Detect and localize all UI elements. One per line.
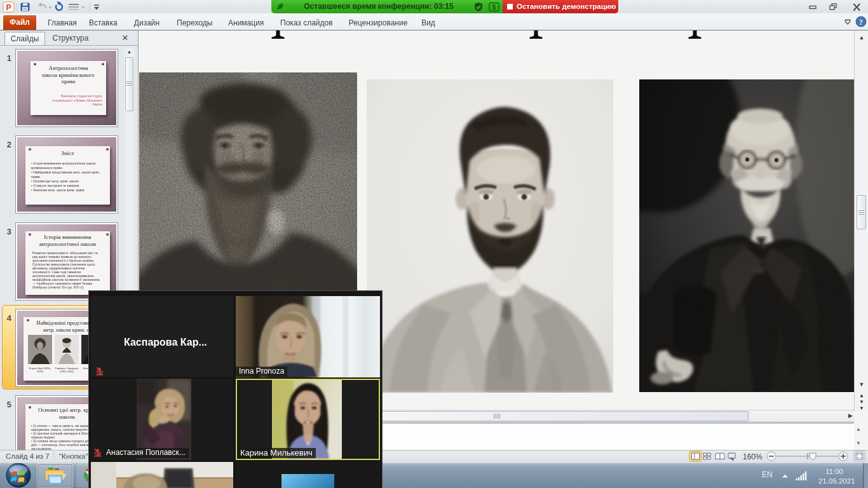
svg-text:21.05.2021: 21.05.2021 (818, 477, 855, 485)
svg-text:160%: 160% (743, 452, 763, 461)
svg-text:P: P (6, 3, 11, 12)
svg-text:$: $ (492, 3, 496, 11)
svg-text:EN: EN (762, 470, 773, 479)
svg-text:?: ? (859, 18, 863, 27)
svg-text:11:00: 11:00 (825, 468, 843, 475)
